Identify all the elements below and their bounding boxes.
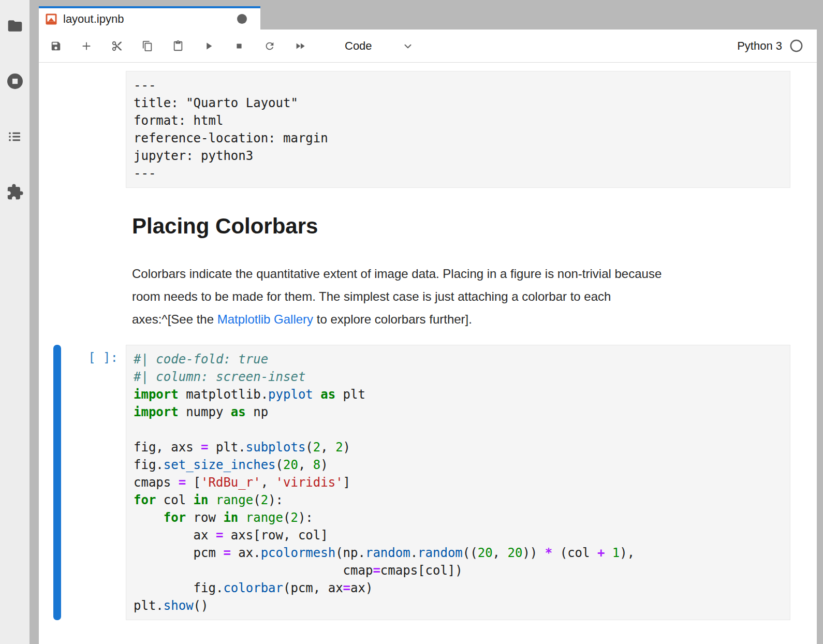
refresh-icon [264,40,275,52]
code-line: #| code-fold: true [134,350,783,368]
paragraph-text: to explore colorbars further]. [313,312,472,326]
stop-circle-icon [6,72,24,91]
run-all-button[interactable] [295,40,306,52]
code-line: import numpy as np [134,403,783,421]
copy-icon [142,40,153,52]
tab-title: layout.ipynb [63,12,124,26]
raw-cell-line: --- [134,165,783,182]
markdown-cell: Placing Colorbars Colorbars indicate the… [132,214,790,331]
sidebar-item-extension-manager[interactable] [6,183,24,201]
sidebar-item-table-of-contents[interactable] [6,127,24,146]
notebook-tab[interactable]: layout.ipynb [39,6,260,30]
cell-type-dropdown[interactable]: Code [345,39,414,53]
clipboard-icon [172,40,184,52]
chevron-down-icon [402,40,414,52]
run-cell-button[interactable] [203,40,214,52]
copy-cells-button[interactable] [142,40,153,52]
code-line: cmap=cmaps[col]) [134,562,783,579]
paragraph-text: room needs to be made for them. The simp… [132,289,611,303]
cut-cells-button[interactable] [111,40,123,52]
stop-icon [233,40,245,52]
markdown-paragraph-line: axes:^[See the Matplotlib Gallery to exp… [132,308,790,331]
raw-cell-line: format: html [134,112,783,129]
interrupt-kernel-button[interactable] [233,40,245,52]
kernel-name: Python 3 [737,39,782,53]
markdown-paragraph: Colorbars indicate the quantitative exte… [132,262,790,331]
plus-icon [81,40,92,52]
sidebar-divider [30,0,39,644]
unsaved-changes-dot [237,14,247,24]
notebook-file-icon [46,13,57,25]
markdown-heading: Placing Colorbars [132,214,790,239]
tab-bar: layout.ipynb [39,0,817,30]
code-cell: [ ]: #| code-fold: true#| column: screen… [53,345,790,620]
input-prompt: [ ]: [61,345,126,620]
scissors-icon [111,40,123,52]
code-line: for row in range(2): [134,509,783,526]
sidebar-item-running-kernels[interactable] [6,72,24,91]
code-line: plt.show() [134,597,783,614]
puzzle-icon [6,183,24,201]
code-line [134,421,783,438]
raw-cell-line: title: "Quarto Layout" [134,94,783,112]
insert-cell-button[interactable] [81,40,92,52]
paste-cells-button[interactable] [172,40,184,52]
kernel-status-icon [789,39,803,53]
window-right-edge [817,0,823,644]
cell-type-value: Code [345,39,372,53]
code-line: cmaps = ['RdBu_r', 'viridis'] [134,474,783,491]
folder-icon [7,18,23,34]
code-cell-editor[interactable]: #| code-fold: true#| column: screen-inse… [126,345,790,620]
raw-cell-line: jupyter: python3 [134,147,783,165]
code-line: import matplotlib.pyplot as plt [134,386,783,403]
paragraph-text: Colorbars indicate the quantitative exte… [132,267,662,281]
notebook-toolbar: Code Python 3 [39,30,817,63]
markdown-paragraph-line: room needs to be made for them. The simp… [132,285,790,308]
notebook-panel: ---title: "Quarto Layout"format: htmlref… [39,63,817,644]
list-icon [7,128,23,145]
code-line: fig.colorbar(pcm, ax=ax) [134,579,783,597]
code-line: #| column: screen-inset [134,368,783,386]
code-line: fig.set_size_inches(20, 8) [134,456,783,474]
code-line: ax = axs[row, col] [134,526,783,544]
markdown-paragraph-line: Colorbars indicate the quantitative exte… [132,262,790,285]
restart-kernel-button[interactable] [264,40,275,52]
sidebar-item-file-browser[interactable] [6,17,24,35]
raw-cell-editor[interactable]: ---title: "Quarto Layout"format: htmlref… [126,71,790,188]
jupyterlab-window: layout.ipynb [0,0,823,644]
kernel-indicator[interactable]: Python 3 [737,39,817,53]
matplotlib-gallery-link[interactable]: Matplotlib Gallery [217,312,313,326]
paragraph-text: axes:^[See the [132,312,217,326]
raw-cell-line: --- [134,77,783,94]
save-icon [50,40,62,52]
code-line: for col in range(2): [134,491,783,509]
save-button[interactable] [50,40,62,52]
code-line: pcm = ax.pcolormesh(np.random.random((20… [134,544,783,562]
code-line: fig, axs = plt.subplots(2, 2) [134,438,783,456]
left-sidebar [0,0,30,644]
cell-collapser-bar[interactable] [53,345,61,620]
play-icon [203,40,214,52]
fast-forward-icon [295,40,306,52]
raw-cell-line: reference-location: margin [134,129,783,147]
